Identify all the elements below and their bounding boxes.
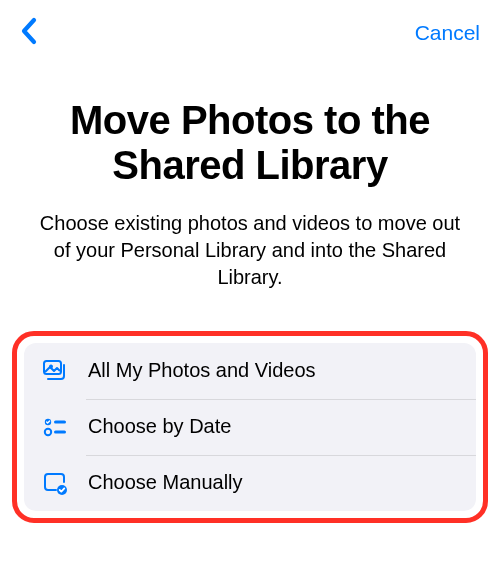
option-label: All My Photos and Videos xyxy=(88,359,316,382)
chevron-left-icon xyxy=(20,17,38,49)
rectangle-check-icon xyxy=(40,468,70,498)
option-all-photos[interactable]: All My Photos and Videos xyxy=(24,343,476,399)
option-label: Choose Manually xyxy=(88,471,243,494)
main-content: Move Photos to the Shared Library Choose… xyxy=(0,58,500,291)
options-highlight-frame: All My Photos and Videos Choose by Date xyxy=(12,331,488,523)
page-title: Move Photos to the Shared Library xyxy=(24,98,476,188)
svg-rect-4 xyxy=(54,430,66,433)
option-choose-by-date[interactable]: Choose by Date xyxy=(24,399,476,455)
back-button[interactable] xyxy=(14,18,44,48)
option-label: Choose by Date xyxy=(88,415,231,438)
svg-point-3 xyxy=(45,428,51,434)
option-choose-manually[interactable]: Choose Manually xyxy=(24,455,476,511)
nav-bar: Cancel xyxy=(0,0,500,58)
cancel-button[interactable]: Cancel xyxy=(415,21,480,45)
checklist-icon xyxy=(40,412,70,442)
options-list: All My Photos and Videos Choose by Date xyxy=(24,343,476,511)
svg-rect-2 xyxy=(54,420,66,423)
photos-stack-icon xyxy=(40,356,70,386)
page-description: Choose existing photos and videos to mov… xyxy=(24,210,476,291)
